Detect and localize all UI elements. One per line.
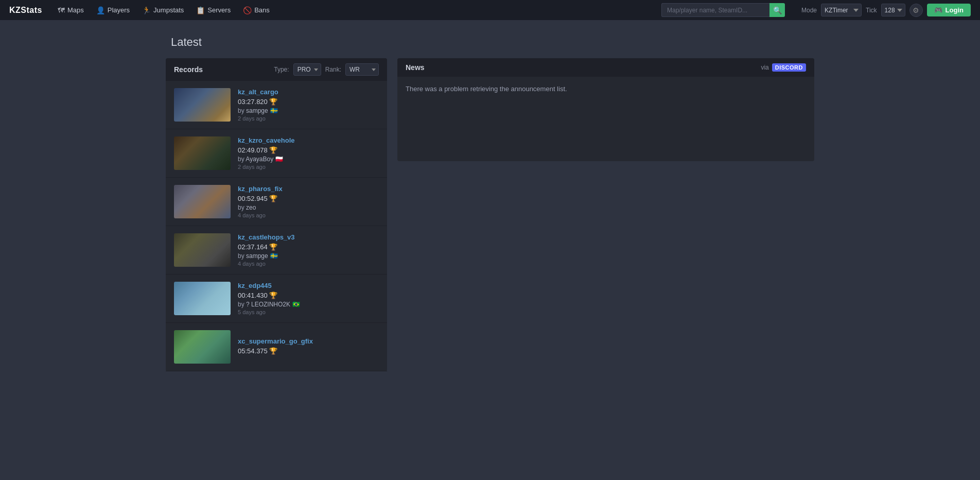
record-map-name[interactable]: kz_castlehops_v3	[238, 233, 379, 241]
record-item[interactable]: kz_kzro_cavehole 02:49.078 🏆 by AyayaBoy…	[166, 129, 387, 178]
record-item[interactable]: kz_pharos_fix 00:52.945 🏆 by zeo 4 days …	[166, 178, 387, 226]
nav-item-players[interactable]: 👤 Players	[91, 4, 135, 16]
nav-bans-label: Bans	[254, 6, 270, 14]
player-name[interactable]: sampge	[246, 107, 268, 114]
steam-icon: 🎮	[934, 6, 942, 14]
nav-item-bans[interactable]: 🚫 Bans	[238, 4, 275, 16]
rank-label: Rank:	[325, 66, 341, 73]
record-age: 5 days ago	[238, 309, 379, 315]
record-age: 4 days ago	[238, 212, 379, 218]
jumpstats-icon: 🏃	[142, 6, 151, 14]
nav-item-servers[interactable]: 📋 Servers	[191, 4, 236, 16]
via-label: via	[761, 64, 768, 71]
trophy-icon: 🏆	[269, 243, 277, 251]
search-input[interactable]	[661, 3, 769, 17]
record-time: 02:49.078 🏆	[238, 146, 379, 154]
bans-icon: 🚫	[243, 6, 252, 14]
player-name[interactable]: ? LEOZINHO2K	[246, 301, 290, 308]
login-label: Login	[946, 6, 964, 14]
player-name[interactable]: sampge	[246, 252, 268, 260]
record-player: by sampge🇸🇪	[238, 107, 379, 114]
news-body: There was a problem retrieving the annou…	[397, 77, 814, 101]
nav-item-maps[interactable]: 🗺 Maps	[52, 4, 89, 16]
search-container: 🔍	[661, 3, 785, 17]
record-player: by sampge🇸🇪	[238, 252, 379, 260]
servers-icon: 📋	[196, 6, 205, 14]
player-name[interactable]: AyayaBoy	[246, 156, 273, 163]
controls-right: Mode KZTimer SimpleKZ KZMod Tick 128 64 …	[801, 4, 971, 17]
type-label: Type:	[274, 66, 289, 73]
mode-select[interactable]: KZTimer SimpleKZ KZMod	[821, 4, 862, 16]
record-thumbnail	[174, 330, 231, 364]
flag-icon: 🇸🇪	[270, 252, 278, 260]
record-player: by zeo	[238, 204, 379, 211]
navbar: KZStats 🗺 Maps 👤 Players 🏃 Jumpstats 📋 S…	[0, 0, 980, 20]
record-item[interactable]: kz_alt_cargo 03:27.820 🏆 by sampge🇸🇪 2 d…	[166, 81, 387, 129]
player-name[interactable]: zeo	[246, 204, 256, 211]
nav-links: 🗺 Maps 👤 Players 🏃 Jumpstats 📋 Servers 🚫…	[52, 4, 647, 16]
news-error-message: There was a problem retrieving the annou…	[406, 85, 806, 93]
records-header: Records Type: PRO TP Rank: WR TOP10	[166, 58, 387, 81]
trophy-icon: 🏆	[269, 98, 277, 106]
record-item[interactable]: kz_edp445 00:41.430 🏆 by ? LEOZINHO2K🇧🇷 …	[166, 275, 387, 323]
trophy-icon: 🏆	[269, 195, 277, 202]
record-map-name[interactable]: xc_supermario_go_gfix	[238, 337, 379, 345]
brand-logo[interactable]: KZStats	[9, 6, 42, 15]
records-title: Records	[174, 65, 274, 74]
record-player: by ? LEOZINHO2K🇧🇷	[238, 301, 379, 308]
rank-select[interactable]: WR TOP10	[345, 63, 379, 76]
record-thumbnail	[174, 88, 231, 122]
record-item[interactable]: kz_castlehops_v3 02:37.164 🏆 by sampge🇸🇪…	[166, 226, 387, 275]
trophy-icon: 🏆	[269, 347, 277, 355]
record-info: kz_castlehops_v3 02:37.164 🏆 by sampge🇸🇪…	[238, 233, 379, 267]
players-icon: 👤	[96, 6, 105, 14]
record-time: 05:54.375 🏆	[238, 347, 379, 355]
flag-icon: 🇵🇱	[275, 156, 283, 163]
tick-select[interactable]: 128 64	[881, 4, 905, 16]
content-row: Records Type: PRO TP Rank: WR TOP10	[166, 58, 814, 371]
main-content: Latest Records Type: PRO TP Rank: WR TOP…	[155, 20, 825, 382]
news-header: News via DISCORD	[397, 58, 814, 77]
filter-row: Type: PRO TP Rank: WR TOP10	[274, 63, 379, 76]
tick-label: Tick	[866, 7, 877, 14]
record-map-name[interactable]: kz_kzro_cavehole	[238, 136, 379, 144]
search-icon: 🔍	[773, 6, 782, 14]
record-map-name[interactable]: kz_alt_cargo	[238, 88, 379, 96]
discord-icon: DISCORD	[772, 63, 806, 72]
record-thumbnail	[174, 185, 231, 218]
record-time: 02:37.164 🏆	[238, 243, 379, 251]
record-info: kz_alt_cargo 03:27.820 🏆 by sampge🇸🇪 2 d…	[238, 88, 379, 122]
record-info: kz_pharos_fix 00:52.945 🏆 by zeo 4 days …	[238, 185, 379, 218]
maps-icon: 🗺	[58, 6, 65, 14]
records-list: kz_alt_cargo 03:27.820 🏆 by sampge🇸🇪 2 d…	[166, 81, 387, 371]
record-map-name[interactable]: kz_pharos_fix	[238, 185, 379, 193]
search-button[interactable]: 🔍	[769, 3, 785, 17]
discord-badge: via DISCORD	[761, 63, 806, 72]
record-time: 00:52.945 🏆	[238, 195, 379, 202]
trophy-icon: 🏆	[269, 146, 277, 154]
record-map-name[interactable]: kz_edp445	[238, 282, 379, 289]
record-age: 4 days ago	[238, 261, 379, 267]
record-player: by AyayaBoy🇵🇱	[238, 156, 379, 163]
mode-label: Mode	[801, 7, 817, 14]
record-age: 2 days ago	[238, 164, 379, 170]
type-select[interactable]: PRO TP	[293, 63, 321, 76]
record-item[interactable]: xc_supermario_go_gfix 05:54.375 🏆	[166, 323, 387, 371]
nav-players-label: Players	[108, 6, 130, 14]
settings-icon: ⚙	[913, 6, 919, 14]
page-title: Latest	[171, 36, 814, 49]
flag-icon: 🇧🇷	[292, 301, 300, 308]
records-panel: Records Type: PRO TP Rank: WR TOP10	[166, 58, 387, 371]
nav-maps-label: Maps	[67, 6, 84, 14]
nav-item-jumpstats[interactable]: 🏃 Jumpstats	[137, 4, 189, 16]
record-info: kz_kzro_cavehole 02:49.078 🏆 by AyayaBoy…	[238, 136, 379, 170]
nav-servers-label: Servers	[207, 6, 231, 14]
record-time: 03:27.820 🏆	[238, 98, 379, 106]
login-button[interactable]: 🎮 Login	[927, 4, 971, 16]
record-thumbnail	[174, 136, 231, 170]
nav-jumpstats-label: Jumpstats	[153, 6, 184, 14]
record-thumbnail	[174, 233, 231, 267]
trophy-icon: 🏆	[269, 292, 277, 299]
record-age: 2 days ago	[238, 115, 379, 122]
settings-button[interactable]: ⚙	[909, 4, 923, 17]
